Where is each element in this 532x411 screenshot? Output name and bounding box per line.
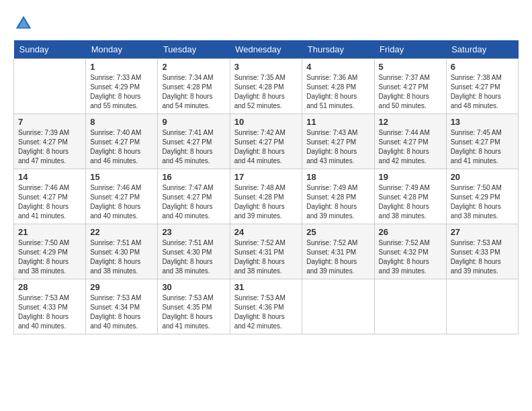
day-info: Sunrise: 7:53 AM Sunset: 4:36 PM Dayligh… bbox=[234, 293, 298, 331]
day-info: Sunrise: 7:48 AM Sunset: 4:28 PM Dayligh… bbox=[234, 183, 298, 221]
day-number: 6 bbox=[451, 62, 514, 72]
calendar-cell: 26Sunrise: 7:52 AM Sunset: 4:32 PM Dayli… bbox=[374, 224, 446, 279]
day-info: Sunrise: 7:42 AM Sunset: 4:27 PM Dayligh… bbox=[234, 128, 298, 166]
day-number: 19 bbox=[379, 172, 442, 182]
calendar-cell: 7Sunrise: 7:39 AM Sunset: 4:27 PM Daylig… bbox=[14, 114, 86, 169]
day-info: Sunrise: 7:53 AM Sunset: 4:33 PM Dayligh… bbox=[18, 293, 81, 331]
calendar-cell: 11Sunrise: 7:43 AM Sunset: 4:27 PM Dayli… bbox=[302, 114, 374, 169]
day-number: 21 bbox=[18, 227, 81, 237]
day-info: Sunrise: 7:34 AM Sunset: 4:28 PM Dayligh… bbox=[162, 73, 225, 111]
calendar-cell: 8Sunrise: 7:40 AM Sunset: 4:27 PM Daylig… bbox=[86, 114, 158, 169]
day-number: 11 bbox=[306, 117, 369, 127]
day-number: 28 bbox=[18, 282, 81, 292]
calendar-cell: 25Sunrise: 7:52 AM Sunset: 4:31 PM Dayli… bbox=[302, 224, 374, 279]
day-info: Sunrise: 7:45 AM Sunset: 4:27 PM Dayligh… bbox=[451, 128, 514, 166]
calendar-header-sunday: Sunday bbox=[14, 40, 86, 59]
calendar-cell: 28Sunrise: 7:53 AM Sunset: 4:33 PM Dayli… bbox=[14, 279, 86, 334]
calendar-cell: 5Sunrise: 7:37 AM Sunset: 4:27 PM Daylig… bbox=[374, 59, 446, 114]
day-number: 20 bbox=[451, 172, 514, 182]
day-info: Sunrise: 7:53 AM Sunset: 4:34 PM Dayligh… bbox=[90, 293, 153, 331]
day-info: Sunrise: 7:49 AM Sunset: 4:28 PM Dayligh… bbox=[306, 183, 369, 221]
calendar-header-tuesday: Tuesday bbox=[158, 40, 230, 59]
day-number: 31 bbox=[234, 282, 298, 292]
day-info: Sunrise: 7:53 AM Sunset: 4:35 PM Dayligh… bbox=[162, 293, 225, 331]
calendar-cell: 16Sunrise: 7:47 AM Sunset: 4:27 PM Dayli… bbox=[158, 169, 230, 224]
calendar-cell: 27Sunrise: 7:53 AM Sunset: 4:33 PM Dayli… bbox=[446, 224, 518, 279]
day-number: 26 bbox=[379, 227, 442, 237]
calendar-week-1: 1Sunrise: 7:33 AM Sunset: 4:29 PM Daylig… bbox=[14, 59, 519, 114]
calendar-header-row: SundayMondayTuesdayWednesdayThursdayFrid… bbox=[14, 40, 519, 59]
day-info: Sunrise: 7:47 AM Sunset: 4:27 PM Dayligh… bbox=[162, 183, 225, 221]
day-number: 29 bbox=[90, 282, 153, 292]
day-number: 2 bbox=[162, 62, 225, 72]
day-info: Sunrise: 7:35 AM Sunset: 4:28 PM Dayligh… bbox=[234, 73, 298, 111]
day-info: Sunrise: 7:53 AM Sunset: 4:33 PM Dayligh… bbox=[451, 238, 514, 276]
calendar: SundayMondayTuesdayWednesdayThursdayFrid… bbox=[13, 40, 519, 334]
calendar-cell: 22Sunrise: 7:51 AM Sunset: 4:30 PM Dayli… bbox=[86, 224, 158, 279]
calendar-cell: 19Sunrise: 7:49 AM Sunset: 4:28 PM Dayli… bbox=[374, 169, 446, 224]
day-number: 3 bbox=[234, 62, 298, 72]
day-info: Sunrise: 7:52 AM Sunset: 4:31 PM Dayligh… bbox=[234, 238, 298, 276]
day-number: 9 bbox=[162, 117, 225, 127]
day-info: Sunrise: 7:43 AM Sunset: 4:27 PM Dayligh… bbox=[306, 128, 369, 166]
calendar-cell: 10Sunrise: 7:42 AM Sunset: 4:27 PM Dayli… bbox=[230, 114, 302, 169]
day-info: Sunrise: 7:46 AM Sunset: 4:27 PM Dayligh… bbox=[18, 183, 81, 221]
calendar-cell: 23Sunrise: 7:51 AM Sunset: 4:30 PM Dayli… bbox=[158, 224, 230, 279]
day-info: Sunrise: 7:52 AM Sunset: 4:31 PM Dayligh… bbox=[306, 238, 369, 276]
page-header bbox=[13, 13, 519, 34]
calendar-cell: 3Sunrise: 7:35 AM Sunset: 4:28 PM Daylig… bbox=[230, 59, 302, 114]
day-number: 7 bbox=[18, 117, 81, 127]
calendar-cell: 21Sunrise: 7:50 AM Sunset: 4:29 PM Dayli… bbox=[14, 224, 86, 279]
calendar-cell: 13Sunrise: 7:45 AM Sunset: 4:27 PM Dayli… bbox=[446, 114, 518, 169]
calendar-header-monday: Monday bbox=[86, 40, 158, 59]
day-number: 13 bbox=[451, 117, 514, 127]
day-info: Sunrise: 7:50 AM Sunset: 4:29 PM Dayligh… bbox=[451, 183, 514, 221]
day-info: Sunrise: 7:50 AM Sunset: 4:29 PM Dayligh… bbox=[18, 238, 81, 276]
calendar-header-thursday: Thursday bbox=[302, 40, 374, 59]
day-number: 25 bbox=[306, 227, 369, 237]
calendar-body: 1Sunrise: 7:33 AM Sunset: 4:29 PM Daylig… bbox=[14, 59, 519, 334]
calendar-header-friday: Friday bbox=[374, 40, 446, 59]
day-number: 23 bbox=[162, 227, 225, 237]
calendar-cell: 14Sunrise: 7:46 AM Sunset: 4:27 PM Dayli… bbox=[14, 169, 86, 224]
day-info: Sunrise: 7:51 AM Sunset: 4:30 PM Dayligh… bbox=[90, 238, 153, 276]
calendar-cell bbox=[374, 279, 446, 334]
day-info: Sunrise: 7:51 AM Sunset: 4:30 PM Dayligh… bbox=[162, 238, 225, 276]
day-info: Sunrise: 7:46 AM Sunset: 4:27 PM Dayligh… bbox=[90, 183, 153, 221]
calendar-cell: 29Sunrise: 7:53 AM Sunset: 4:34 PM Dayli… bbox=[86, 279, 158, 334]
day-info: Sunrise: 7:36 AM Sunset: 4:28 PM Dayligh… bbox=[306, 73, 369, 111]
day-info: Sunrise: 7:40 AM Sunset: 4:27 PM Dayligh… bbox=[90, 128, 153, 166]
day-number: 10 bbox=[234, 117, 298, 127]
day-number: 22 bbox=[90, 227, 153, 237]
day-number: 4 bbox=[306, 62, 369, 72]
day-number: 30 bbox=[162, 282, 225, 292]
calendar-cell bbox=[302, 279, 374, 334]
calendar-cell: 30Sunrise: 7:53 AM Sunset: 4:35 PM Dayli… bbox=[158, 279, 230, 334]
day-info: Sunrise: 7:41 AM Sunset: 4:27 PM Dayligh… bbox=[162, 128, 225, 166]
day-number: 1 bbox=[90, 62, 153, 72]
day-info: Sunrise: 7:49 AM Sunset: 4:28 PM Dayligh… bbox=[379, 183, 442, 221]
day-number: 14 bbox=[18, 172, 81, 182]
calendar-cell bbox=[446, 279, 518, 334]
day-info: Sunrise: 7:44 AM Sunset: 4:27 PM Dayligh… bbox=[379, 128, 442, 166]
calendar-header-wednesday: Wednesday bbox=[230, 40, 302, 59]
calendar-cell: 4Sunrise: 7:36 AM Sunset: 4:28 PM Daylig… bbox=[302, 59, 374, 114]
day-number: 18 bbox=[306, 172, 369, 182]
calendar-cell: 6Sunrise: 7:38 AM Sunset: 4:27 PM Daylig… bbox=[446, 59, 518, 114]
logo bbox=[13, 13, 36, 34]
calendar-cell: 2Sunrise: 7:34 AM Sunset: 4:28 PM Daylig… bbox=[158, 59, 230, 114]
day-number: 24 bbox=[234, 227, 298, 237]
logo-icon bbox=[13, 13, 34, 34]
calendar-week-4: 21Sunrise: 7:50 AM Sunset: 4:29 PM Dayli… bbox=[14, 224, 519, 279]
calendar-week-3: 14Sunrise: 7:46 AM Sunset: 4:27 PM Dayli… bbox=[14, 169, 519, 224]
day-info: Sunrise: 7:33 AM Sunset: 4:29 PM Dayligh… bbox=[90, 73, 153, 111]
calendar-week-2: 7Sunrise: 7:39 AM Sunset: 4:27 PM Daylig… bbox=[14, 114, 519, 169]
calendar-cell: 18Sunrise: 7:49 AM Sunset: 4:28 PM Dayli… bbox=[302, 169, 374, 224]
calendar-header-saturday: Saturday bbox=[446, 40, 518, 59]
day-number: 15 bbox=[90, 172, 153, 182]
calendar-cell: 15Sunrise: 7:46 AM Sunset: 4:27 PM Dayli… bbox=[86, 169, 158, 224]
calendar-cell: 1Sunrise: 7:33 AM Sunset: 4:29 PM Daylig… bbox=[86, 59, 158, 114]
calendar-cell: 24Sunrise: 7:52 AM Sunset: 4:31 PM Dayli… bbox=[230, 224, 302, 279]
day-info: Sunrise: 7:38 AM Sunset: 4:27 PM Dayligh… bbox=[451, 73, 514, 111]
day-number: 16 bbox=[162, 172, 225, 182]
